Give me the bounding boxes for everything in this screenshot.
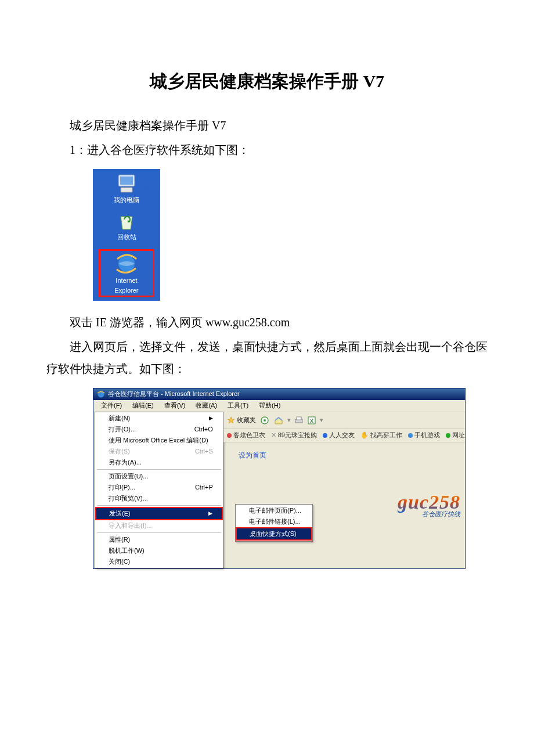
menu-open[interactable]: 打开(O)...Ctrl+O bbox=[96, 424, 222, 435]
excel-icon[interactable]: X bbox=[307, 416, 316, 425]
ie-links-bar: 客炫色卫衣 ✕89元珠宝抢购 人人交友 ✋找高薪工作 手机游戏 网址 bbox=[223, 429, 465, 442]
ie-label-1: Internet bbox=[116, 277, 137, 285]
menu-print[interactable]: 打印(P)...Ctrl+P bbox=[96, 482, 222, 493]
link-5[interactable]: 手机游戏 bbox=[408, 431, 440, 440]
link-3[interactable]: 人人交友 bbox=[323, 431, 355, 440]
link-4[interactable]: ✋找高薪工作 bbox=[360, 431, 402, 440]
svg-rect-1 bbox=[120, 177, 133, 185]
ie-titlebar: 谷仓医疗信息平台 - Microsoft Internet Explorer bbox=[93, 388, 465, 400]
ie-toolbar: 收藏夹 ▾ bbox=[223, 412, 465, 429]
guc258-logo: guc258 谷仓医疗快线 bbox=[398, 492, 460, 517]
link-2[interactable]: ✕89元珠宝抢购 bbox=[271, 431, 317, 440]
menu-edit-excel[interactable]: 使用 Microsoft Office Excel 编辑(D) bbox=[96, 435, 222, 446]
svg-text:X: X bbox=[310, 418, 313, 424]
home-icon[interactable] bbox=[273, 416, 284, 425]
svg-rect-8 bbox=[297, 417, 301, 420]
my-computer-label: 我的电脑 bbox=[114, 196, 139, 204]
star-icon bbox=[227, 416, 235, 424]
menu-close[interactable]: 关闭(C) bbox=[96, 556, 222, 567]
doc-title: 城乡居民健康档案操作手册 V7 bbox=[46, 70, 488, 93]
link-6[interactable]: 网址 bbox=[446, 431, 465, 440]
menu-import-export: 导入和导出(I)... bbox=[96, 520, 222, 531]
set-homepage-link[interactable]: 设为首页 bbox=[239, 451, 266, 460]
ie-icon-highlighted[interactable]: Internet Explorer bbox=[99, 249, 154, 297]
ie-window-screenshot: 谷仓医疗信息平台 - Microsoft Internet Explorer 文… bbox=[93, 388, 466, 569]
menu-page-setup[interactable]: 页面设置(U)... bbox=[96, 471, 222, 482]
menu-properties[interactable]: 属性(R) bbox=[96, 534, 222, 545]
desktop-screenshot: 我的电脑 回收站 Internet Explorer bbox=[93, 169, 160, 301]
send-submenu: 电子邮件页面(P)... 电子邮件链接(L)... 桌面快捷方式(S) bbox=[235, 504, 313, 542]
menu-work-offline[interactable]: 脱机工作(W) bbox=[96, 545, 222, 556]
menu-print-preview[interactable]: 打印预览(V)... bbox=[96, 493, 222, 504]
menu-new[interactable]: 新建(N)▶ bbox=[96, 413, 222, 424]
submenu-email-link[interactable]: 电子邮件链接(L)... bbox=[236, 516, 312, 527]
instruction-1: 双击 IE 游览器，输入网页 www.guc258.com bbox=[46, 311, 488, 333]
ie-label-2: Explorer bbox=[115, 287, 139, 294]
recycle-bin-label: 回收站 bbox=[117, 233, 136, 241]
menu-help[interactable]: 帮助(H) bbox=[254, 400, 286, 411]
my-computer-icon[interactable]: 我的电脑 bbox=[99, 174, 154, 204]
instruction-2: 进入网页后，选择文件，发送，桌面快捷方式，然后桌面上面就会出现一个谷仓医疗软件快… bbox=[46, 336, 488, 380]
menu-favorites[interactable]: 收藏(A) bbox=[190, 400, 222, 411]
svg-point-6 bbox=[264, 419, 266, 422]
recycle-bin-icon[interactable]: 回收站 bbox=[99, 212, 154, 241]
ie-window-title: 谷仓医疗信息平台 - Microsoft Internet Explorer bbox=[108, 390, 240, 398]
menu-view[interactable]: 查看(V) bbox=[159, 400, 191, 411]
ie-app-icon bbox=[97, 390, 105, 398]
svg-rect-2 bbox=[121, 188, 132, 192]
submenu-email-page[interactable]: 电子邮件页面(P)... bbox=[236, 505, 312, 516]
file-menu-dropdown: 新建(N)▶ 打开(O)...Ctrl+O 使用 Microsoft Offic… bbox=[95, 412, 223, 568]
doc-subtitle: 城乡居民健康档案操作手册 V7 bbox=[46, 114, 488, 136]
print-icon[interactable] bbox=[294, 416, 304, 425]
menu-send[interactable]: 发送(E)▶ bbox=[96, 508, 222, 519]
ie-menubar: 文件(F) 编辑(E) 查看(V) 收藏(A) 工具(T) 帮助(H) bbox=[93, 400, 465, 412]
menu-tools[interactable]: 工具(T) bbox=[222, 400, 254, 411]
toolbar-favorites[interactable]: 收藏夹 bbox=[227, 416, 256, 424]
menu-file[interactable]: 文件(F) bbox=[96, 400, 127, 411]
menu-save: 保存(S)Ctrl+S bbox=[96, 446, 222, 457]
link-1[interactable]: 客炫色卫衣 bbox=[227, 431, 265, 440]
menu-save-as[interactable]: 另存为(A)... bbox=[96, 457, 222, 468]
step-1: 1：进入谷仓医疗软件系统如下图： bbox=[46, 139, 488, 161]
menu-edit[interactable]: 编辑(E) bbox=[127, 400, 159, 411]
media-icon[interactable] bbox=[259, 416, 270, 425]
submenu-desktop-shortcut[interactable]: 桌面快捷方式(S) bbox=[237, 528, 311, 539]
